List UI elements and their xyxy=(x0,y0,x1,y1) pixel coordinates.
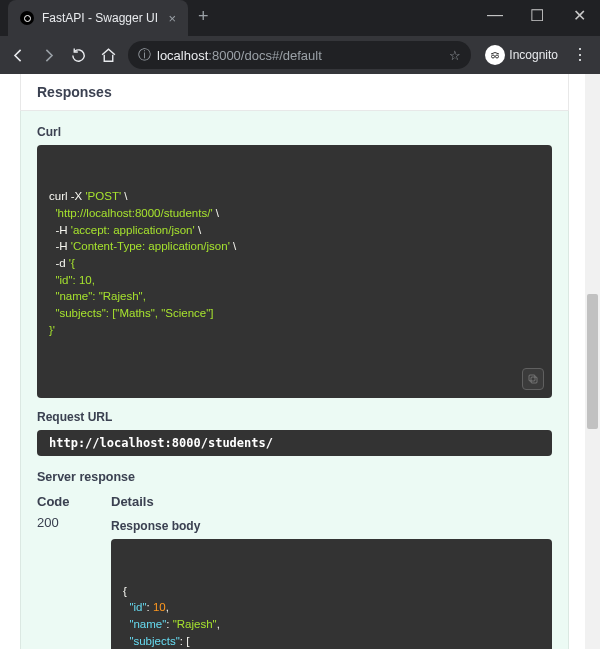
responses-heading: Responses xyxy=(20,74,569,111)
url-path: :8000/docs#/default xyxy=(208,48,321,63)
forward-button[interactable] xyxy=(38,45,58,65)
scrollbar-thumb[interactable] xyxy=(587,294,598,429)
incognito-badge: Incognito xyxy=(485,45,558,65)
new-tab-button[interactable]: + xyxy=(188,0,219,33)
maximize-button[interactable]: ☐ xyxy=(516,0,558,30)
curl-label: Curl xyxy=(37,125,552,139)
svg-rect-2 xyxy=(531,377,537,383)
tab-title: FastAPI - Swagger UI xyxy=(42,11,158,25)
curl-codeblock: curl -X 'POST' \ 'http://localhost:8000/… xyxy=(37,145,552,398)
page-viewport: Responses Curl curl -X 'POST' \ 'http://… xyxy=(0,74,585,649)
responses-section: Curl curl -X 'POST' \ 'http://localhost:… xyxy=(20,111,569,649)
home-button[interactable] xyxy=(98,45,118,65)
minimize-button[interactable]: — xyxy=(474,0,516,30)
response-table-header: Code Details xyxy=(37,494,552,509)
response-row: 200 Response body { "id": 10, "name": "R… xyxy=(37,513,552,649)
response-body-codeblock: { "id": 10, "name": "Rajesh", "subjects"… xyxy=(111,539,552,649)
code-column-header: Code xyxy=(37,494,111,509)
window-titlebar: FastAPI - Swagger UI × + — ☐ ✕ xyxy=(0,0,600,36)
status-code: 200 xyxy=(37,513,111,649)
server-response-label: Server response xyxy=(37,470,552,484)
url-host: localhost xyxy=(157,48,208,63)
details-column-header: Details xyxy=(111,494,552,509)
close-window-button[interactable]: ✕ xyxy=(558,0,600,30)
reload-button[interactable] xyxy=(68,45,88,65)
copy-curl-button[interactable] xyxy=(522,368,544,390)
request-url-value: http://localhost:8000/students/ xyxy=(37,430,552,456)
incognito-label: Incognito xyxy=(509,48,558,62)
scrollbar-track[interactable] xyxy=(585,74,600,649)
browser-tab[interactable]: FastAPI - Swagger UI × xyxy=(8,0,188,36)
svg-point-0 xyxy=(492,55,495,58)
site-info-icon[interactable]: ⓘ xyxy=(138,46,151,64)
svg-rect-3 xyxy=(529,375,535,381)
browser-toolbar: ⓘ localhost:8000/docs#/default ☆ Incogni… xyxy=(0,36,600,74)
bookmark-star-icon[interactable]: ☆ xyxy=(449,48,461,63)
incognito-icon xyxy=(485,45,505,65)
back-button[interactable] xyxy=(8,45,28,65)
window-controls: — ☐ ✕ xyxy=(474,0,600,30)
browser-menu-button[interactable]: ⋮ xyxy=(568,47,592,63)
request-url-label: Request URL xyxy=(37,410,552,424)
svg-point-1 xyxy=(496,55,499,58)
response-body-label: Response body xyxy=(111,519,552,533)
address-bar[interactable]: ⓘ localhost:8000/docs#/default ☆ xyxy=(128,41,471,69)
tab-close-icon[interactable]: × xyxy=(168,11,176,26)
fastapi-favicon xyxy=(20,11,34,25)
